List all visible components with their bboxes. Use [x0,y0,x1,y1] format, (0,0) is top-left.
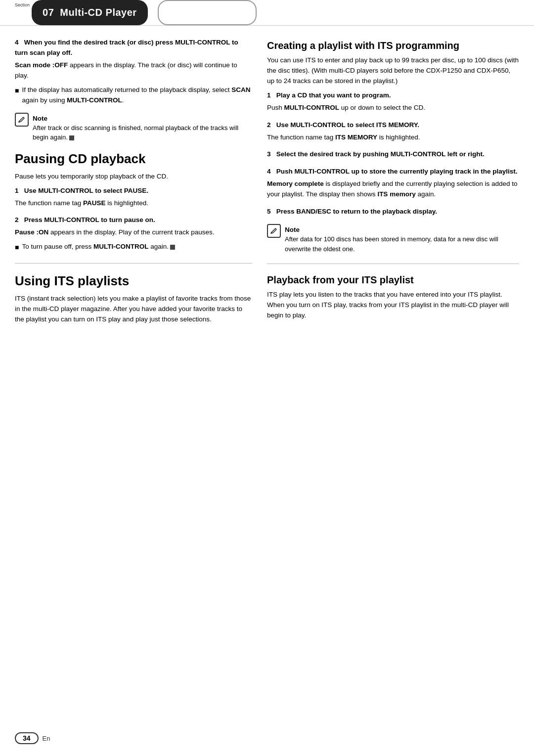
playback-title: Playback from your ITS playlist [267,274,519,286]
section-number: 07 [43,7,54,18]
footer-lang: En [43,735,50,742]
using-its-body: ITS (instant track selection) lets you m… [15,294,252,325]
section-divider1 [15,263,252,264]
its-step5-heading-text: 5 Press BAND/ESC to return to the playba… [267,208,437,215]
pause-step1-body: The function name tag PAUSE is highlight… [15,198,252,209]
using-its-section: Using ITS playlists ITS (instant track s… [15,273,252,325]
its-step5-heading: 5 Press BAND/ESC to return to the playba… [267,207,519,217]
its-step3-block: 3 Select the desired track by pushing MU… [267,149,519,160]
its-step2-heading-text: 2 Use MULTI-CONTROL to select ITS MEMORY… [267,121,419,129]
its-step3-heading: 3 Select the desired track by pushing MU… [267,149,519,160]
pause-step1-heading-text: 1 Use MULTI-CONTROL to select PAUSE. [15,187,148,194]
its-step1-body: Push MULTI-CONTROL up or down to select … [267,103,519,113]
scan-mode-label: Scan mode :OFF [15,61,68,69]
intro-step4-heading-text: 4 When you find the desired track (or di… [15,39,238,56]
its-step2-block: 2 Use MULTI-CONTROL to select ITS MEMORY… [267,120,519,143]
pause-step2-block: 2 Press MULTI-CONTROL to turn pause on. … [15,215,252,253]
intro-step4-heading: 4 When you find the desired track (or di… [15,38,252,58]
pause-step2-bullet: ■ To turn pause off, press MULTI-CONTROL… [15,242,252,253]
pause-step2-bullet-text: To turn pause off, press MULTI-CONTROL a… [22,242,175,252]
its-step5-block: 5 Press BAND/ESC to return to the playba… [267,207,519,217]
footer: 34 En [0,732,534,744]
its-step2-heading: 2 Use MULTI-CONTROL to select ITS MEMORY… [267,120,519,131]
note2-box: Note After data for 100 discs has been s… [267,224,519,254]
pause-step2-heading-text: 2 Press MULTI-CONTROL to turn pause on. [15,216,155,223]
end-marker1 [69,135,74,140]
pause-step1-block: 1 Use MULTI-CONTROL to select PAUSE. The… [15,186,252,209]
its-step1-block: 1 Play a CD that you want to program. Pu… [267,90,519,113]
page-number: 34 [23,734,31,742]
note2-text: After data for 100 discs has been stored… [285,234,519,254]
creating-section: Creating a playlist with ITS programming… [267,40,519,321]
playback-body: ITS play lets you listen to the tracks t… [267,290,519,321]
header: Section 07 Multi-CD Player [0,0,534,26]
creating-title: Creating a playlist with ITS programming [267,40,519,51]
note2-icon [267,224,281,238]
note1-text: After track or disc scanning is finished… [33,123,252,142]
main-content: 4 When you find the desired track (or di… [0,26,534,344]
pause-step1-heading: 1 Use MULTI-CONTROL to select PAUSE. [15,186,252,196]
note2-label: Note [285,224,303,233]
right-column: Creating a playlist with ITS programming… [267,38,519,329]
bullet-symbol: ■ [15,86,19,96]
note1-content: Note After track or disc scanning is fin… [33,113,252,142]
creating-intro: You can use ITS to enter and play back u… [267,55,519,87]
end-marker2 [170,245,175,250]
intro-step4-bullet-text: If the display has automatically returne… [22,85,252,106]
note1-icon [15,113,29,127]
playback-section: Playback from your ITS playlist ITS play… [267,274,519,321]
section-label: Section [15,3,30,7]
section-divider2 [267,264,519,264]
page: Section 07 Multi-CD Player 4 When you fi… [0,0,534,756]
using-its-title: Using ITS playlists [15,273,252,289]
note1-header: Note [33,113,252,122]
pause-step2-body1: Pause :ON appears in the display. Play o… [15,227,252,238]
header-title-pill: 07 Multi-CD Player [32,0,148,25]
pausing-intro: Pause lets you temporarily stop playback… [15,172,252,182]
section-title: Multi-CD Player [60,7,136,18]
note1-box: Note After track or disc scanning is fin… [15,113,252,142]
header-right-pill [158,0,257,25]
pausing-title: Pausing CD playback [15,151,252,167]
pencil-icon [17,115,26,124]
its-step2-body: The function name tag ITS MEMORY is high… [267,133,519,143]
its-step1-heading-text: 1 Play a CD that you want to program. [267,91,391,99]
note2-header: Note [285,224,519,233]
its-step3-heading-text: 3 Select the desired track by pushing MU… [267,150,485,158]
intro-step4-bullet: ■ If the display has automatically retur… [15,85,252,106]
bullet-symbol2: ■ [15,242,19,253]
intro-step4-block: 4 When you find the desired track (or di… [15,38,252,106]
page-number-badge: 34 [15,732,39,744]
pause-step2-heading: 2 Press MULTI-CONTROL to turn pause on. [15,215,252,225]
its-step4-block: 4 Push MULTI-CONTROL up to store the cur… [267,167,519,200]
left-column: 4 When you find the desired track (or di… [15,38,252,329]
note1-label: Note [33,113,50,122]
its-step1-heading: 1 Play a CD that you want to program. [267,90,519,101]
its-step4-heading: 4 Push MULTI-CONTROL up to store the cur… [267,167,519,177]
its-step4-heading-text: 4 Push MULTI-CONTROL up to store the cur… [267,168,518,175]
pausing-section: Pausing CD playback Pause lets you tempo… [15,151,252,253]
section-badge: Section [15,0,30,25]
note2-content: Note After data for 100 discs has been s… [285,224,519,254]
its-step4-body: Memory complete is displayed briefly and… [267,179,519,200]
pencil-icon2 [269,226,278,235]
intro-step4-body1: Scan mode :OFF appears in the display. T… [15,60,252,81]
